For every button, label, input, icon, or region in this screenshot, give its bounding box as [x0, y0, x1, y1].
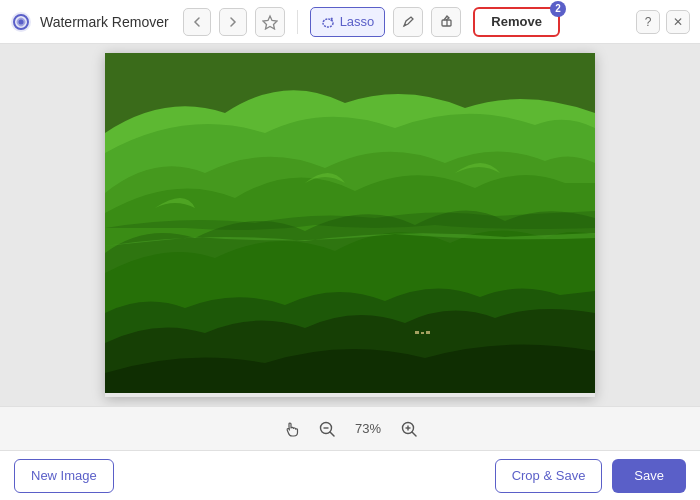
svg-line-18	[412, 432, 416, 436]
back-icon	[191, 16, 203, 28]
svg-rect-9	[415, 331, 419, 334]
svg-rect-11	[426, 331, 430, 334]
forward-button[interactable]	[219, 8, 247, 36]
lasso-tool-button[interactable]: Lasso	[310, 7, 386, 37]
crop-save-button[interactable]: Crop & Save	[495, 459, 603, 493]
save-button[interactable]: Save	[612, 459, 686, 493]
bottom-toolbar: 73%	[0, 406, 700, 450]
eraser-tool-button[interactable]	[431, 7, 461, 37]
image-container	[105, 53, 595, 397]
selection-badge: 2	[550, 1, 566, 17]
svg-marker-3	[263, 16, 277, 29]
svg-line-14	[330, 432, 334, 436]
window-controls: ? ✕	[636, 10, 690, 34]
bookmark-button[interactable]	[255, 7, 285, 37]
lasso-label: Lasso	[340, 14, 375, 29]
titlebar: Watermark Remover Lasso	[0, 0, 700, 44]
pen-icon	[401, 14, 416, 29]
pen-tool-button[interactable]	[393, 7, 423, 37]
eraser-icon	[439, 14, 454, 29]
remove-button[interactable]: Remove	[473, 7, 560, 37]
zoom-out-button[interactable]	[314, 416, 340, 442]
svg-point-2	[19, 19, 24, 24]
svg-rect-10	[421, 332, 424, 334]
star-icon	[262, 14, 278, 30]
app-logo-icon	[10, 11, 32, 33]
forward-icon	[227, 16, 239, 28]
new-image-button[interactable]: New Image	[14, 459, 114, 493]
toolbar-divider	[297, 10, 298, 34]
app-title: Watermark Remover	[40, 14, 169, 30]
remove-button-wrapper: 2 Remove	[469, 7, 560, 37]
zoom-level: 73%	[350, 421, 386, 436]
pan-tool-button[interactable]	[278, 416, 304, 442]
zoom-in-icon	[400, 420, 418, 438]
main-image[interactable]	[105, 53, 595, 393]
lasso-icon	[321, 15, 335, 29]
canvas-area	[0, 44, 700, 406]
close-button[interactable]: ✕	[666, 10, 690, 34]
zoom-out-icon	[318, 420, 336, 438]
zoom-in-button[interactable]	[396, 416, 422, 442]
pan-icon	[281, 419, 301, 439]
back-button[interactable]	[183, 8, 211, 36]
footer: New Image Crop & Save Save	[0, 450, 700, 500]
help-button[interactable]: ?	[636, 10, 660, 34]
